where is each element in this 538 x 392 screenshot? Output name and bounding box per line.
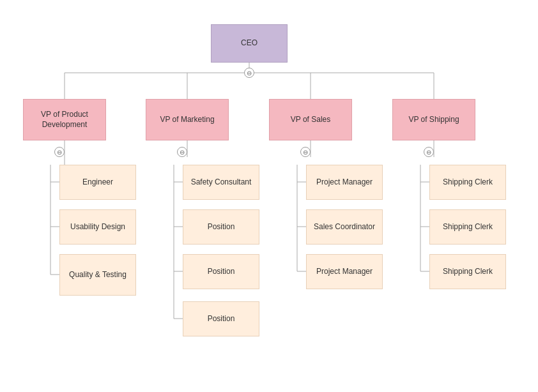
minus-ceo: ⊖ — [247, 70, 252, 77]
org-chart: CEO ⊖ VP of Product Development VP of Ma… — [0, 0, 538, 392]
position1-node: Position — [183, 209, 259, 245]
salescoord-label: Sales Coordinator — [314, 222, 375, 232]
shipclerk1-label: Shipping Clerk — [443, 177, 493, 188]
projmgr2-label: Project Manager — [316, 267, 373, 277]
quality-node: Quality & Testing — [59, 254, 136, 296]
ceo-label: CEO — [241, 38, 257, 49]
usability-node: Usability Design — [59, 209, 136, 245]
collapse-shipping[interactable]: ⊖ — [424, 147, 434, 157]
shipclerk1-node: Shipping Clerk — [429, 165, 506, 200]
quality-label: Quality & Testing — [69, 270, 127, 280]
vp-sales-node: VP of Sales — [269, 99, 352, 140]
collapse-ceo[interactable]: ⊖ — [244, 68, 254, 78]
projmgr2-node: Project Manager — [306, 254, 383, 289]
safety-node: Safety Consultant — [183, 165, 259, 200]
position2-label: Position — [208, 267, 235, 277]
vp-shipping-label: VP of Shipping — [408, 115, 459, 125]
shipclerk3-node: Shipping Clerk — [429, 254, 506, 289]
usability-label: Usability Design — [70, 222, 125, 232]
engineer-label: Engineer — [82, 177, 113, 188]
collapse-sales[interactable]: ⊖ — [300, 147, 311, 157]
engineer-node: Engineer — [59, 165, 136, 200]
position3-label: Position — [208, 314, 235, 324]
vp-product-label: VP of Product Development — [27, 110, 102, 130]
vp-marketing-label: VP of Marketing — [160, 115, 214, 125]
projmgr1-node: Project Manager — [306, 165, 383, 200]
collapse-marketing[interactable]: ⊖ — [177, 147, 187, 157]
vp-sales-label: VP of Sales — [291, 115, 330, 125]
position1-label: Position — [208, 222, 235, 232]
position2-node: Position — [183, 254, 259, 289]
vp-marketing-node: VP of Marketing — [146, 99, 229, 140]
position3-node: Position — [183, 301, 259, 336]
shipclerk3-label: Shipping Clerk — [443, 267, 493, 277]
shipclerk2-label: Shipping Clerk — [443, 222, 493, 232]
vp-product-node: VP of Product Development — [23, 99, 106, 140]
vp-shipping-node: VP of Shipping — [392, 99, 475, 140]
safety-label: Safety Consultant — [191, 177, 252, 188]
projmgr1-label: Project Manager — [316, 177, 373, 188]
shipclerk2-node: Shipping Clerk — [429, 209, 506, 245]
salescoord-node: Sales Coordinator — [306, 209, 383, 245]
collapse-product[interactable]: ⊖ — [54, 147, 65, 157]
ceo-node: CEO — [211, 24, 288, 63]
